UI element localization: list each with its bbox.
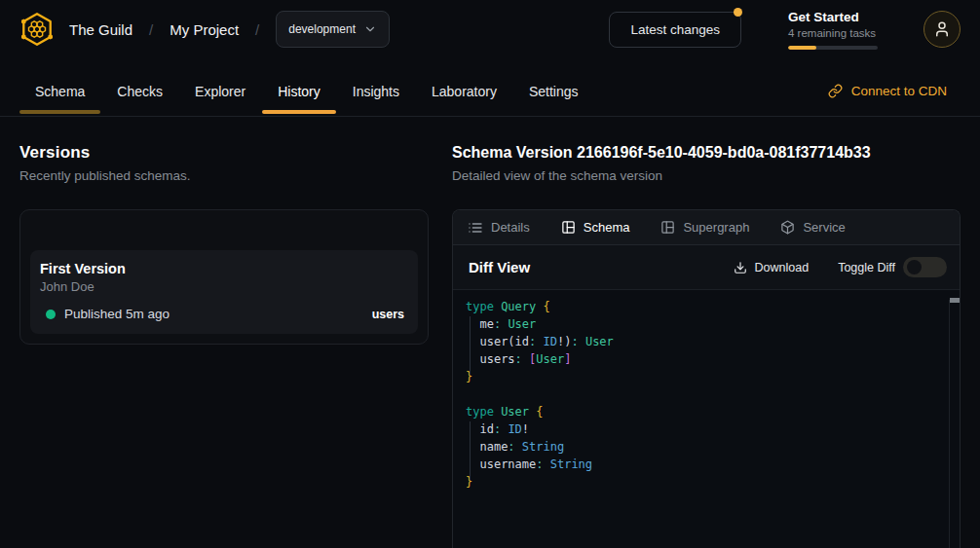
environment-dropdown[interactable]: development (276, 11, 390, 48)
detail-tab-supergraph[interactable]: Supergraph (660, 220, 749, 235)
notification-dot (734, 8, 742, 17)
schema-code-viewer[interactable]: type Query { me: User user(id: ID!): Use… (453, 290, 960, 548)
nav-tab-laboratory[interactable]: Laboratory (416, 58, 512, 116)
detail-tab-label: Supergraph (683, 220, 749, 235)
code-line: me: User (466, 315, 947, 333)
nav-tab-label: Checks (117, 84, 163, 99)
nav-tab-label: Schema (35, 84, 85, 99)
versions-list: First Version John Doe Published 5m ago … (19, 209, 429, 345)
code-line: name: String (466, 438, 947, 456)
published-status-dot (46, 310, 56, 319)
list-icon (468, 220, 483, 236)
detail-tab-schema[interactable]: Schema (561, 220, 630, 235)
user-avatar[interactable] (923, 11, 961, 48)
toggle-knob (907, 260, 922, 274)
version-list-item[interactable]: First Version John Doe Published 5m ago … (30, 250, 418, 334)
chevron-down-icon (363, 22, 377, 36)
code-line: } (466, 473, 947, 491)
diff-toolbar: Diff View Download Toggle Diff (453, 245, 960, 290)
breadcrumb-separator: / (255, 21, 259, 38)
panel-icon (660, 220, 675, 235)
breadcrumb: The Guild / My Project / (69, 21, 259, 38)
nav-tab-schema[interactable]: Schema (19, 58, 100, 116)
detail-tab-service[interactable]: Service (780, 220, 845, 235)
connect-to-cdn-label: Connect to CDN (851, 84, 947, 98)
nav-tab-label: Insights (353, 84, 399, 99)
diff-view-title: Diff View (469, 259, 530, 275)
code-line (466, 385, 947, 403)
nav-tab-history[interactable]: History (262, 58, 336, 116)
scrollbar-track (949, 300, 950, 548)
breadcrumb-project[interactable]: My Project (170, 21, 239, 38)
top-header: The Guild / My Project / development Lat… (0, 0, 980, 58)
connect-to-cdn-link[interactable]: Connect to CDN (828, 76, 947, 98)
version-title: First Version (40, 262, 406, 276)
download-label: Download (755, 261, 810, 274)
nav-tab-insights[interactable]: Insights (337, 58, 415, 116)
versions-title: Versions (19, 143, 429, 163)
version-status: Published 5m ago (64, 307, 170, 321)
code-line: type Query { (466, 298, 947, 315)
detail-tab-label: Details (491, 220, 530, 235)
cube-icon (780, 220, 795, 235)
toggle-diff-label: Toggle Diff (838, 261, 895, 274)
main-nav: SchemaChecksExplorerHistoryInsightsLabor… (0, 58, 980, 117)
indent-guide (470, 316, 471, 375)
detail-tab-label: Schema (584, 220, 630, 235)
schema-version-title: Schema Version 2166196f-5e10-4059-bd0a-0… (452, 143, 961, 163)
nav-tab-checks[interactable]: Checks (101, 58, 178, 116)
versions-subtitle: Recently published schemas. (19, 169, 429, 183)
detail-tab-details[interactable]: Details (468, 220, 530, 236)
nav-tab-explorer[interactable]: Explorer (179, 58, 261, 116)
code-line: username: String (466, 456, 947, 473)
breadcrumb-org[interactable]: The Guild (69, 21, 132, 38)
nav-tab-underline (262, 110, 336, 114)
indent-guide (470, 421, 471, 480)
latest-changes-label: Latest changes (630, 22, 720, 37)
detail-tab-label: Service (803, 220, 845, 235)
environment-dropdown-value: development (288, 22, 356, 36)
code-line: type User { (466, 403, 947, 420)
code-line: users: [User] (466, 350, 947, 368)
download-icon (734, 261, 747, 274)
toggle-diff-switch[interactable] (903, 257, 947, 277)
nav-tab-label: History (278, 84, 320, 99)
code-line: } (466, 368, 947, 385)
get-started-progressbar (788, 46, 878, 50)
scrollbar-thumb[interactable] (950, 298, 960, 303)
code-line: id: ID! (466, 420, 947, 438)
get-started-title: Get Started (788, 10, 878, 24)
schema-version-panel: DetailsSchemaSupergraphService Diff View… (452, 209, 961, 548)
get-started-widget[interactable]: Get Started 4 remaining tasks (788, 10, 878, 50)
nav-tab-label: Laboratory (432, 84, 497, 99)
version-service-name: users (372, 308, 404, 321)
user-icon (933, 20, 951, 38)
breadcrumb-separator: / (149, 21, 153, 38)
panel-icon (561, 220, 576, 235)
nav-tab-label: Explorer (195, 84, 245, 99)
nav-tab-underline (19, 110, 100, 114)
latest-changes-button[interactable]: Latest changes (609, 12, 741, 48)
download-button[interactable]: Download (734, 261, 810, 274)
code-line: user(id: ID!): User (466, 333, 947, 350)
schema-version-subtitle: Detailed view of the schema version (452, 169, 961, 183)
hive-logo-icon[interactable] (19, 11, 55, 48)
link-icon (828, 84, 843, 98)
nav-tab-settings[interactable]: Settings (513, 58, 594, 116)
version-author: John Doe (40, 280, 406, 294)
nav-tab-label: Settings (529, 84, 579, 99)
get-started-subtitle: 4 remaining tasks (788, 27, 878, 39)
